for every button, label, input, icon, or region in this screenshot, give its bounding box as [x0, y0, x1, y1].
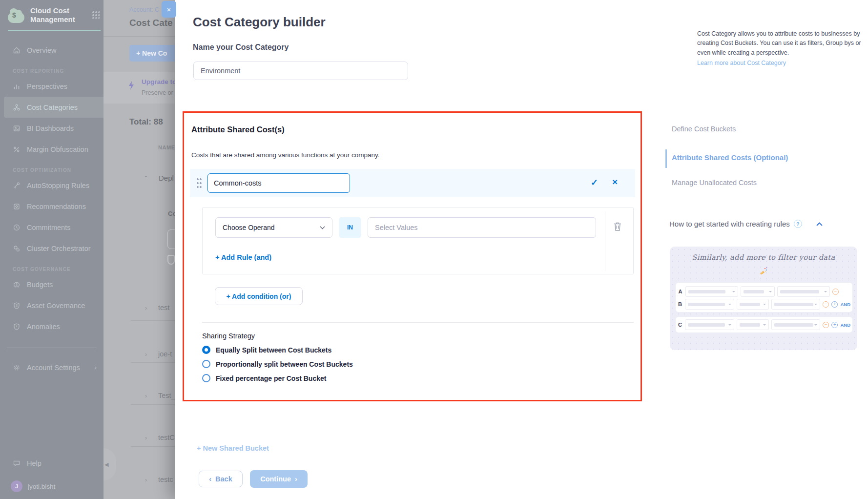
illustration-caption: Similarly, add more to filter your data: [670, 253, 857, 261]
chevron-right-icon[interactable]: ›: [145, 393, 147, 399]
drag-handle-icon[interactable]: [196, 177, 202, 189]
expanded-row-label: Depl: [159, 174, 174, 182]
chevron-up-icon[interactable]: ⌃: [144, 175, 148, 182]
sidebar-item-margin-obfuscation[interactable]: Margin Obfuscation: [0, 139, 103, 160]
sidebar-item-overview[interactable]: Overview: [0, 40, 103, 61]
skeleton-select: [685, 319, 734, 330]
radio-equally-split[interactable]: Equally Split between Cost Buckets: [202, 346, 331, 354]
step-attribute-shared-costs[interactable]: Attribute Shared Costs (Optional): [672, 153, 788, 162]
skeleton-select: [777, 286, 830, 297]
remove-bucket-icon[interactable]: ×: [612, 177, 618, 187]
bar-chart-icon: [13, 83, 21, 90]
vertical-divider: [605, 211, 605, 271]
sidebar-item-account-settings[interactable]: Account Settings ›: [0, 357, 103, 378]
howto-title: How to get started with creating rules: [669, 220, 790, 228]
chevron-right-icon: ›: [295, 475, 297, 483]
rules-illustration: Similarly, add more to filter your data …: [670, 247, 857, 350]
collapse-section-button[interactable]: [816, 222, 823, 226]
bucket-name-input[interactable]: [207, 173, 350, 193]
howto-header: How to get started with creating rules ?: [669, 220, 823, 228]
sidebar-item-autostopping[interactable]: AutoStopping Rules: [0, 175, 103, 196]
rule-card: Choose Operand IN + Add Rule (and): [202, 207, 634, 274]
lightning-icon: [128, 81, 135, 90]
list-item[interactable]: testc: [158, 476, 173, 483]
list-item[interactable]: test: [158, 304, 169, 312]
operand-select[interactable]: Choose Operand: [215, 217, 332, 238]
chevron-up-icon: [816, 222, 823, 226]
sidebar-header: $ Cloud Cost Management: [0, 0, 103, 24]
hierarchy-icon: [13, 104, 21, 111]
help-text: Cost Category allows you to attribute co…: [697, 29, 867, 58]
sidebar-item-cost-categories[interactable]: Cost Categories: [4, 97, 103, 118]
module-grid-icon[interactable]: [92, 11, 100, 19]
skeleton-select: [771, 299, 821, 310]
sidebar-item-recommendations[interactable]: Recommendations: [0, 196, 103, 217]
caret-down-icon: [814, 324, 817, 326]
sidebar-item-perspectives[interactable]: Perspectives: [0, 76, 103, 97]
chevron-right-icon[interactable]: ›: [145, 351, 147, 358]
radio-icon: [202, 374, 210, 382]
trash-icon[interactable]: [613, 221, 622, 232]
skeleton-select: [737, 319, 769, 330]
cluster-icon: [13, 245, 21, 252]
user-profile[interactable]: J jyoti.bisht: [0, 478, 103, 495]
caret-down-icon: [732, 291, 735, 292]
step-manage-unallocated-costs[interactable]: Manage Unallocated Costs: [672, 179, 757, 187]
list-item[interactable]: joe-t: [158, 350, 172, 358]
chevron-right-icon[interactable]: ›: [145, 477, 147, 483]
hand-cursor-icon: [167, 255, 175, 265]
add-rule-button[interactable]: + Add Rule (and): [215, 253, 271, 261]
list-item[interactable]: testC: [158, 434, 175, 441]
drawer-title: Cost Category builder: [193, 15, 326, 30]
add-condition-button[interactable]: + Add condition (or): [215, 287, 303, 305]
list-item[interactable]: Test_: [158, 392, 175, 399]
remove-rule-icon: −: [823, 301, 829, 308]
caret-down-icon: [824, 291, 827, 292]
operand-select-value: Choose Operand: [223, 224, 275, 231]
collapse-arrow-icon: ◀: [104, 461, 108, 468]
radio-proportionally-split[interactable]: Proportionally split between Cost Bucket…: [202, 360, 353, 368]
total-count: Total: 88: [129, 117, 163, 127]
active-step-indicator: [665, 149, 667, 168]
module-underline: [8, 30, 101, 31]
caret-down-icon: [814, 304, 817, 305]
radio-fixed-percentage[interactable]: Fixed percentage per Cost Bucket: [202, 374, 326, 382]
chevron-right-icon[interactable]: ›: [145, 435, 147, 441]
section-divider: [202, 322, 634, 323]
autostopping-icon: [13, 182, 21, 189]
add-rule-icon: +: [831, 301, 838, 308]
piggy-bank-icon: $: [13, 281, 21, 289]
chevron-right-icon[interactable]: ›: [145, 305, 147, 312]
user-name: jyoti.bisht: [28, 483, 55, 490]
sidebar-divider: [7, 348, 97, 348]
section-cost-optimization: COST OPTIMIZATION: [13, 167, 103, 173]
sidebar-item-asset-governance[interactable]: $ Asset Governance: [0, 295, 103, 316]
sidebar-item-commitments[interactable]: Commitments: [0, 217, 103, 238]
remove-rule-icon: −: [823, 322, 829, 328]
sidebar-item-help[interactable]: Help: [0, 453, 103, 474]
skeleton-select: [685, 299, 734, 310]
sidebar-item-cluster-orchestrator[interactable]: Cluster Orchestrator: [0, 238, 103, 259]
home-icon: [13, 46, 21, 54]
continue-button[interactable]: Continue ›: [250, 470, 308, 488]
close-drawer-button[interactable]: ×: [162, 1, 176, 18]
close-icon: ×: [167, 5, 171, 14]
sidebar: $ Cloud Cost Management Overview COST RE…: [0, 0, 103, 499]
select-values-input[interactable]: [368, 217, 596, 238]
skeleton-rule-row: C − + AND: [678, 319, 850, 330]
shared-costs-description: Costs that are shared among various func…: [191, 151, 379, 159]
sidebar-item-budgets[interactable]: $ Budgets: [0, 274, 103, 295]
sidebar-item-bi-dashboards[interactable]: BI Dashboards: [0, 118, 103, 139]
step-define-cost-buckets[interactable]: Define Cost Buckets: [672, 125, 736, 133]
caret-down-icon: [728, 324, 731, 326]
confirm-icon[interactable]: ✓: [591, 177, 598, 188]
question-icon[interactable]: ?: [794, 220, 802, 228]
cost-category-name-input[interactable]: [193, 62, 408, 80]
sidebar-item-anomalies[interactable]: Anomalies: [0, 316, 103, 337]
learn-more-link[interactable]: Learn more about Cost Category: [697, 59, 867, 68]
back-button[interactable]: ‹ Back: [199, 471, 243, 487]
svg-text:$: $: [16, 283, 18, 286]
chevron-right-icon: ›: [95, 364, 97, 371]
skeleton-card: A − B − + AND: [676, 283, 852, 312]
new-shared-bucket-button[interactable]: + New Shared Bucket: [197, 444, 269, 452]
